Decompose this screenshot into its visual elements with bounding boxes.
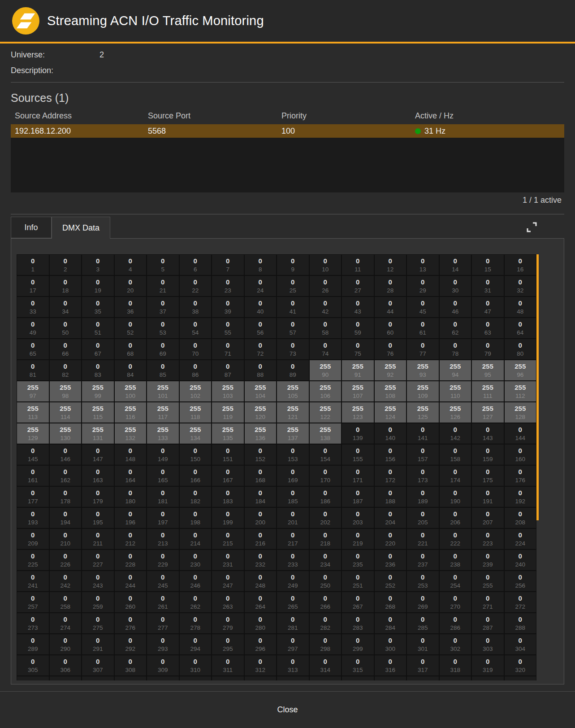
dmx-cell: 023 [212,276,244,296]
dmx-cell: 25592 [375,360,406,380]
dmx-cell: 0139 [342,423,374,444]
streaming-acn-dialog: Streaming ACN I/O Traffic Monitoring Uni… [0,0,575,728]
dialog-header: Streaming ACN I/O Traffic Monitoring [0,0,575,44]
dmx-cell: 0152 [245,445,277,465]
dmx-cell: 255123 [342,402,374,423]
dmx-cell: 0147 [82,445,114,465]
dmx-cell: 0222 [440,529,471,549]
section-divider [11,82,564,83]
dmx-cell: 0306 [50,655,82,676]
dmx-cell-partial [472,676,504,680]
dmx-cell: 050 [50,318,82,338]
dmx-cell: 0275 [82,613,114,633]
dmx-cell-partial [82,676,114,680]
dmx-cell: 0212 [115,529,147,549]
dmx-cell: 0219 [342,529,374,549]
dmx-cell: 089 [277,360,309,380]
dmx-cell-partial [212,676,244,680]
dmx-cell: 0248 [245,571,277,591]
dmx-cell: 255108 [375,381,406,401]
dmx-cell: 0310 [180,655,212,676]
dmx-cell: 0223 [472,529,504,549]
dmx-cell: 0296 [245,634,277,654]
dmx-grid: 0102030405060708090100110120130140150160… [17,254,536,680]
dmx-cell: 035 [82,297,114,317]
dmx-cell: 0315 [342,655,374,676]
dmx-cell: 088 [245,360,277,380]
close-button[interactable]: Close [0,692,575,728]
dmx-cell: 0320 [505,655,536,676]
dmx-cell: 25594 [440,360,471,380]
dmx-cell: 039 [212,297,244,317]
dmx-cell: 0204 [375,508,406,528]
dmx-cell: 0308 [115,655,147,676]
dmx-cell: 255133 [147,423,179,444]
dmx-cell-partial [277,676,309,680]
vertical-scrollbar-thumb[interactable] [536,254,539,520]
dmx-cell: 0213 [147,529,179,549]
dmx-cell: 0209 [17,529,49,549]
dmx-cell: 0169 [277,466,309,486]
dmx-cell: 0165 [147,466,179,486]
universe-label: Universe: [11,50,45,60]
dmx-cell: 0179 [82,487,114,507]
dmx-cell: 0292 [115,634,147,654]
dmx-cell: 040 [245,297,277,317]
dmx-cell-partial [50,676,82,680]
dmx-cell: 0198 [180,508,212,528]
dmx-cell: 0271 [472,592,504,612]
dmx-cell-partial [440,676,471,680]
column-header-priority: Priority [281,111,415,123]
dmx-cell: 034 [50,297,82,317]
column-header-source-port: Source Port [148,111,281,123]
dmx-cell-partial [147,676,179,680]
sources-summary: 1 / 1 active [523,196,562,205]
dmx-cell: 0269 [407,592,439,612]
dmx-cell: 0237 [407,550,439,570]
dmx-cell: 0167 [212,466,244,486]
dmx-cell: 042 [310,297,342,317]
dmx-cell: 0284 [375,613,406,633]
dmx-cell-partial [407,676,439,680]
dmx-cell: 0319 [472,655,504,676]
dmx-cell: 083 [82,360,114,380]
dmx-cell: 255102 [180,381,212,401]
dmx-cell: 014 [440,255,471,275]
tab-info[interactable]: Info [11,217,52,238]
dmx-cell: 0300 [375,634,406,654]
dmx-cell: 255119 [212,402,244,423]
dmx-cell: 027 [342,276,374,296]
dmx-cell: 0279 [212,613,244,633]
dmx-cell: 082 [50,360,82,380]
dmx-cell: 0293 [147,634,179,654]
dmx-cell: 0176 [505,466,536,486]
dmx-cell: 0277 [147,613,179,633]
dmx-cell-partial [342,676,374,680]
window-title: Streaming ACN I/O Traffic Monitoring [47,0,264,42]
dmx-cell: 0162 [50,466,82,486]
dmx-cell: 080 [505,339,536,359]
dmx-cell: 076 [375,339,406,359]
dmx-cell: 0142 [440,423,471,444]
dmx-cell: 255136 [245,423,277,444]
dmx-cell: 0270 [440,592,471,612]
dmx-cell: 0214 [180,529,212,549]
expand-button[interactable] [524,220,539,234]
dmx-cell: 058 [310,318,342,338]
dmx-cell: 255132 [115,423,147,444]
tab-dmx-data[interactable]: DMX Data [52,217,110,239]
dmx-cell: 04 [115,255,147,275]
dmx-cell: 064 [505,318,536,338]
dmx-cell: 255113 [17,402,49,423]
dmx-cell: 0263 [212,592,244,612]
dmx-cell: 0317 [407,655,439,676]
dmx-cell: 029 [407,276,439,296]
dmx-cell: 0251 [342,571,374,591]
dmx-cell: 0189 [407,487,439,507]
dmx-cell: 0186 [310,487,342,507]
dmx-cell: 046 [440,297,471,317]
dmx-cell: 071 [212,339,244,359]
dmx-cell: 0264 [245,592,277,612]
dmx-cell: 0258 [50,592,82,612]
source-row[interactable]: 192.168.12.200 5568 100 31 Hz [11,124,564,138]
